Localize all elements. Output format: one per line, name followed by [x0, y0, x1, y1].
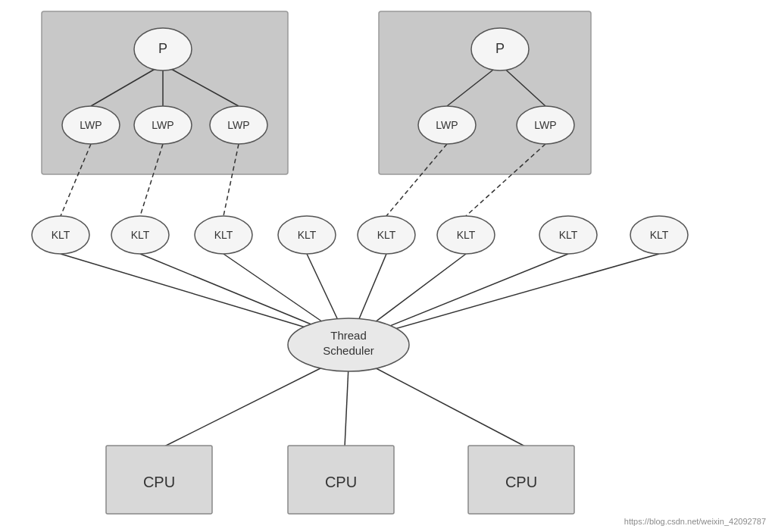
svg-text:CPU: CPU — [505, 474, 537, 490]
svg-line-18 — [163, 364, 330, 447]
svg-text:LWP: LWP — [227, 119, 249, 131]
svg-text:CPU: CPU — [143, 474, 175, 490]
svg-text:KLT: KLT — [131, 229, 150, 241]
svg-line-16 — [371, 254, 568, 333]
svg-text:KLT: KLT — [559, 229, 578, 241]
svg-text:KLT: KLT — [377, 229, 396, 241]
svg-line-17 — [379, 254, 659, 333]
svg-text:KLT: KLT — [457, 229, 476, 241]
svg-text:LWP: LWP — [534, 119, 556, 131]
svg-text:KLT: KLT — [52, 229, 70, 241]
svg-line-20 — [367, 364, 527, 447]
svg-text:P: P — [495, 41, 505, 56]
svg-text:KLT: KLT — [650, 229, 669, 241]
svg-text:Scheduler: Scheduler — [323, 344, 374, 357]
svg-line-19 — [345, 366, 348, 447]
diagram-container: P P LWP LWP LWP LWP LWP KLT KLT KLT KLT … — [0, 0, 772, 532]
svg-text:LWP: LWP — [80, 119, 102, 131]
svg-text:CPU: CPU — [325, 474, 357, 490]
watermark: https://blog.csdn.net/weixin_42092787 — [624, 517, 766, 526]
svg-text:Thread: Thread — [330, 329, 367, 342]
diagram-svg: P P LWP LWP LWP LWP LWP KLT KLT KLT KLT … — [0, 0, 772, 532]
svg-text:KLT: KLT — [298, 229, 317, 241]
svg-text:LWP: LWP — [436, 119, 458, 131]
svg-text:KLT: KLT — [214, 229, 233, 241]
svg-text:P: P — [158, 41, 167, 56]
svg-line-10 — [61, 254, 326, 333]
svg-line-11 — [140, 254, 333, 333]
svg-text:LWP: LWP — [152, 119, 173, 131]
